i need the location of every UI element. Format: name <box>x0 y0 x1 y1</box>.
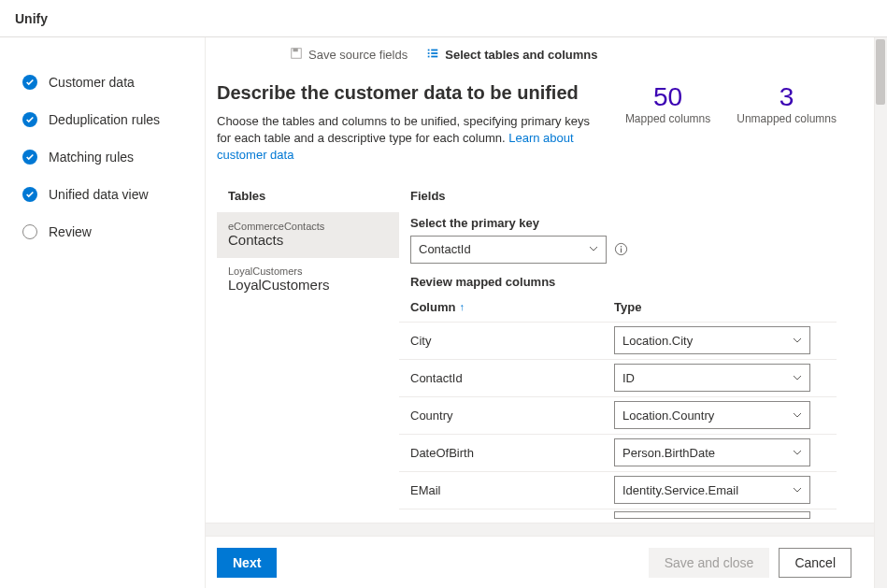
mapped-row: City Location.City <box>399 322 837 359</box>
page-description: Choose the tables and columns to be unif… <box>217 113 603 165</box>
toolbar: Save source fields Select tables and col… <box>206 37 874 71</box>
chevron-down-icon <box>793 409 802 423</box>
step-customer-data[interactable]: Customer data <box>22 75 190 90</box>
select-value: Location.City <box>622 334 693 348</box>
svg-rect-3 <box>431 49 437 50</box>
next-button[interactable]: Next <box>217 548 277 578</box>
step-review[interactable]: Review <box>22 224 190 239</box>
svg-rect-5 <box>431 52 437 54</box>
step-label: Customer data <box>49 75 135 90</box>
check-icon <box>22 187 37 202</box>
select-value: ContactId <box>419 242 471 256</box>
app-header: Unify <box>0 0 887 37</box>
table-item-contacts[interactable]: eCommerceContacts Contacts <box>217 212 399 257</box>
column-name: Country <box>410 409 614 423</box>
fields-column: Fields Select the primary key ContactId <box>399 183 837 523</box>
save-source-fields-button[interactable]: Save source fields <box>290 47 408 63</box>
mapped-row-partial <box>399 509 837 521</box>
stat-value: 3 <box>737 82 837 112</box>
save-icon <box>290 47 303 63</box>
footer: Next Save and close Cancel <box>206 536 874 588</box>
table-item-loyal[interactable]: LoyalCustomers LoyalCustomers <box>217 257 399 302</box>
stats-panel: 50 Mapped columns 3 Unmapped columns <box>625 82 837 125</box>
type-select[interactable]: Location.City <box>614 326 810 354</box>
type-select[interactable]: Person.BirthDate <box>614 438 810 466</box>
mapped-row: ContactId ID <box>399 359 837 396</box>
chevron-down-icon <box>793 483 802 497</box>
primary-key-label: Select the primary key <box>410 216 825 230</box>
stat-label: Mapped columns <box>625 112 710 125</box>
stat-label: Unmapped columns <box>737 112 837 125</box>
column-name: City <box>410 334 614 348</box>
svg-point-9 <box>621 246 622 248</box>
app-title: Unify <box>15 11 48 26</box>
toolbar-label: Save source fields <box>308 48 408 62</box>
column-header-type[interactable]: Type <box>614 300 825 314</box>
stat-mapped: 50 Mapped columns <box>625 82 710 125</box>
check-icon <box>22 112 37 127</box>
step-label: Unified data view <box>49 187 149 202</box>
svg-rect-1 <box>293 48 298 51</box>
select-value: ID <box>622 371 635 385</box>
fields-header: Fields <box>399 183 837 212</box>
step-label: Deduplication rules <box>49 112 160 127</box>
sort-ascending-icon: ↑ <box>459 301 465 312</box>
svg-rect-7 <box>431 55 437 57</box>
table-source: LoyalCustomers <box>228 265 388 277</box>
tables-column: Tables eCommerceContacts Contacts LoyalC… <box>217 183 399 523</box>
type-select[interactable]: ID <box>614 364 810 392</box>
svg-rect-10 <box>621 249 622 253</box>
column-name: DateOfBirth <box>410 446 614 460</box>
step-deduplication[interactable]: Deduplication rules <box>22 112 190 127</box>
table-name: LoyalCustomers <box>228 277 388 293</box>
chevron-down-icon <box>589 242 598 256</box>
mapped-row: EMail Identity.Service.Email <box>399 471 837 509</box>
horizontal-scrollbar[interactable] <box>206 523 874 536</box>
info-icon[interactable] <box>614 242 628 256</box>
type-select[interactable]: Location.Country <box>614 401 810 429</box>
column-name: ContactId <box>410 371 614 385</box>
column-name: EMail <box>410 483 614 497</box>
step-unified-view[interactable]: Unified data view <box>22 187 190 202</box>
tables-header: Tables <box>217 183 399 212</box>
vertical-scrollbar[interactable] <box>874 37 887 588</box>
column-header-column[interactable]: Column ↑ <box>410 300 614 314</box>
cancel-button[interactable]: Cancel <box>779 548 851 578</box>
toolbar-label: Select tables and columns <box>445 48 597 62</box>
chevron-down-icon <box>793 371 802 385</box>
svg-rect-6 <box>428 55 430 57</box>
circle-icon <box>22 224 37 239</box>
mapped-row: Country Location.Country <box>399 396 837 434</box>
chevron-down-icon <box>793 334 802 348</box>
page-title: Describe the customer data to be unified <box>217 82 603 104</box>
step-label: Matching rules <box>49 150 134 165</box>
mapped-row: DateOfBirth Person.BirthDate <box>399 434 837 471</box>
main-panel: Save source fields Select tables and col… <box>206 37 887 588</box>
table-source: eCommerceContacts <box>228 221 388 232</box>
select-value: Person.BirthDate <box>622 446 715 460</box>
chevron-down-icon <box>793 446 802 460</box>
svg-rect-4 <box>428 52 430 54</box>
save-and-close-button: Save and close <box>649 548 770 578</box>
stat-unmapped: 3 Unmapped columns <box>737 82 837 125</box>
step-label: Review <box>49 224 92 239</box>
check-icon <box>22 150 37 165</box>
wizard-sidebar: Customer data Deduplication rules Matchi… <box>0 37 206 588</box>
list-icon <box>426 47 439 63</box>
step-matching[interactable]: Matching rules <box>22 150 190 165</box>
type-select[interactable]: Identity.Service.Email <box>614 476 810 504</box>
table-name: Contacts <box>228 232 388 248</box>
review-mapped-label: Review mapped columns <box>399 275 837 296</box>
primary-key-select[interactable]: ContactId <box>410 236 607 264</box>
type-select[interactable] <box>614 511 810 519</box>
select-value: Location.Country <box>622 409 714 423</box>
select-tables-button[interactable]: Select tables and columns <box>426 47 597 63</box>
select-value: Identity.Service.Email <box>622 483 738 497</box>
stat-value: 50 <box>625 82 710 112</box>
scrollbar-thumb[interactable] <box>876 39 885 105</box>
check-icon <box>22 75 37 90</box>
svg-rect-2 <box>428 49 430 50</box>
